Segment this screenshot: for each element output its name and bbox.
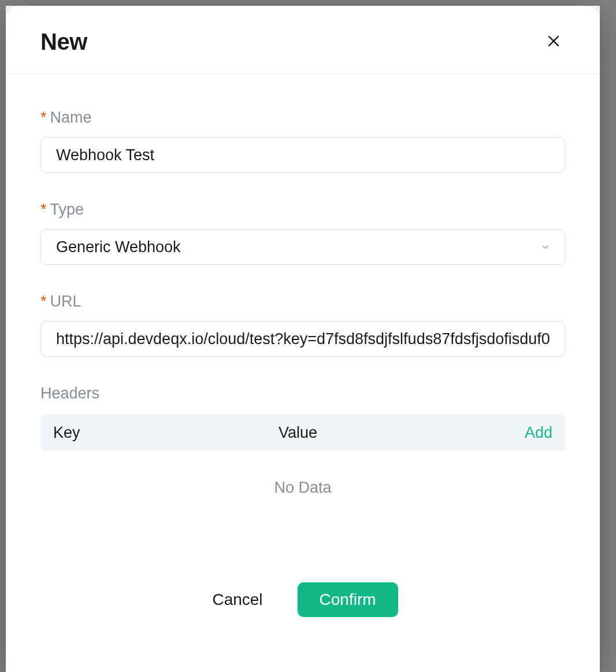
- name-field: *Name: [40, 109, 565, 173]
- type-field: *Type Generic Webhook: [40, 201, 565, 265]
- close-button[interactable]: [542, 31, 565, 54]
- new-webhook-modal: New *Name *Type Generic Webhook: [6, 6, 600, 672]
- url-input[interactable]: [40, 321, 565, 357]
- modal-footer: Cancel Confirm: [40, 559, 565, 617]
- type-label: *Type: [40, 201, 565, 219]
- headers-empty-text: No Data: [40, 479, 565, 497]
- name-input[interactable]: [40, 137, 565, 173]
- required-asterisk: *: [40, 293, 47, 310]
- required-asterisk: *: [40, 201, 47, 218]
- headers-label: Headers: [40, 385, 565, 403]
- url-label: *URL: [40, 293, 565, 311]
- headers-column-value: Value: [279, 424, 525, 442]
- bg-right-strip: [600, 6, 616, 672]
- headers-section: Headers Key Value Add No Data: [40, 385, 565, 497]
- headers-table-header: Key Value Add: [40, 414, 565, 451]
- name-label-text: Name: [50, 109, 92, 126]
- bg-left-strip: [0, 6, 6, 672]
- headers-column-key: Key: [53, 424, 279, 442]
- modal-header: New: [6, 6, 600, 74]
- type-select[interactable]: Generic Webhook: [40, 229, 565, 265]
- name-label: *Name: [40, 109, 565, 127]
- url-field: *URL: [40, 293, 565, 357]
- type-label-text: Type: [50, 201, 84, 218]
- required-asterisk: *: [40, 109, 47, 126]
- add-header-button[interactable]: Add: [525, 424, 552, 442]
- cancel-button[interactable]: Cancel: [207, 582, 267, 617]
- type-select-wrap: Generic Webhook: [40, 229, 565, 265]
- modal-body: *Name *Type Generic Webhook *URL Headers: [6, 74, 600, 672]
- modal-title: New: [40, 29, 87, 55]
- bg-top-strip: [0, 0, 616, 6]
- url-label-text: URL: [50, 293, 81, 310]
- close-icon: [546, 34, 561, 50]
- confirm-button[interactable]: Confirm: [298, 582, 398, 617]
